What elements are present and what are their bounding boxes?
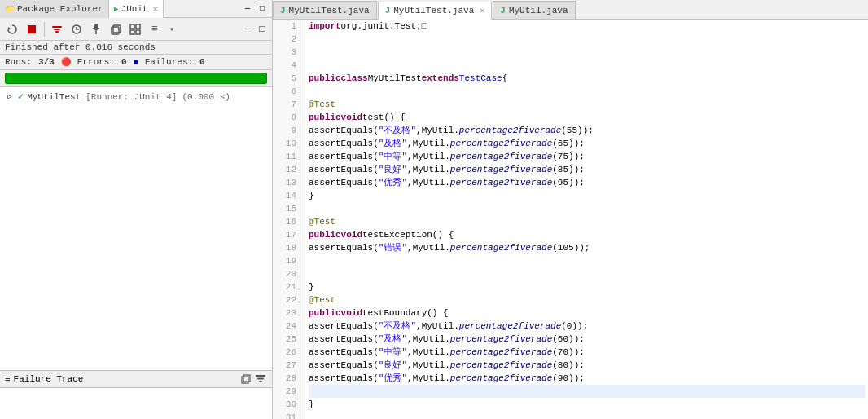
history-icon [71,24,82,35]
code-area[interactable]: 1⊖2345⊖67⊖8910111213141516⊖171819202122⊖… [273,20,868,419]
line-number: 1⊖ [273,20,300,33]
test-item-time: (0.000 s) [182,92,230,102]
code-token: (70)); [552,346,585,359]
code-token: import [309,20,341,33]
failure-trace: ≡ Failure Trace [0,370,272,419]
code-token: percentage2fiverade [459,320,561,333]
code-editor: J MyUtilTest.java J MyUtilTest.java ✕ J … [273,0,868,419]
tab-myutil[interactable]: J MyUtil.java [493,1,575,19]
junit-tab-close[interactable]: ✕ [153,4,158,14]
svg-rect-12 [136,24,140,29]
code-token: percentage2fiverade [450,372,552,385]
code-token: { [502,72,508,85]
stop-icon [27,24,37,34]
code-token: percentage2fiverade [450,163,552,176]
line-number: 11 [273,150,300,163]
svg-rect-2 [52,26,62,28]
status-bar: Finished after 0.016 seconds [0,41,272,55]
pin-button[interactable] [87,20,105,38]
code-line: @Test [309,215,865,228]
maximize-panel-button[interactable]: □ [256,2,269,15]
line-number: 26 [273,346,300,359]
trace-filter-button[interactable] [254,373,267,386]
failure-trace-header: ≡ Failure Trace [0,371,272,388]
code-token: assertEquals( [309,346,379,359]
minimize-view-button[interactable]: — [241,23,254,36]
rerun-icon [7,24,18,35]
code-line: public void testBoundary() { [309,307,865,320]
line-numbers: 1⊖2345⊖67⊖8910111213141516⊖171819202122⊖… [273,20,305,419]
tree-expand-icon[interactable]: ▷ [5,92,15,102]
code-line: assertEquals("良好",MyUtil.percentage2five… [309,163,865,176]
svg-rect-17 [256,375,265,377]
svg-rect-3 [54,29,60,30]
minimize-panel-button[interactable]: — [241,2,254,15]
code-token: } [309,280,314,293]
failures-value: 0 [199,57,205,67]
test-item-runner: [Runner: JUnit 4] [85,92,177,102]
line-number: 22⊖ [273,293,300,307]
code-token: percentage2fiverade [450,150,552,163]
junit-label: JUnit [121,4,148,14]
svg-rect-11 [130,24,134,29]
code-token: "及格" [379,137,407,150]
code-token: @Test [309,215,335,228]
errors-label: Errors: [77,57,115,67]
test-tree[interactable]: ▷ ✓ MyUtilTest [Runner: JUnit 4] (0.000 … [0,87,272,370]
expand-icon [129,24,141,35]
java-file-icon-1: J [280,6,286,15]
progress-bar [5,73,267,84]
expand-all-button[interactable] [126,20,144,38]
line-number: 9 [273,124,300,137]
tab-junit[interactable]: ▶ JUnit ✕ [109,0,164,18]
code-token: ,MyUtil. [407,176,450,189]
code-token: ,MyUtil. [416,320,459,333]
copy-button[interactable] [107,20,125,38]
trace-copy-button[interactable] [239,373,252,386]
code-token: "中等" [379,346,407,359]
code-token: percentage2fiverade [450,333,552,346]
code-token: assertEquals( [309,150,379,163]
code-token: ,MyUtil. [407,241,450,254]
code-content: import org.junit.Test;□ public class MyU… [305,20,868,419]
history-button[interactable] [68,20,85,38]
code-token: assertEquals( [309,333,379,346]
tab-package-explorer[interactable]: 📁 Package Explorer [0,0,109,18]
collapse-all-button[interactable]: ≡ [146,20,164,38]
rerun-button[interactable] [3,20,21,38]
line-number: 25 [273,333,300,346]
trace-filter-icon [255,373,266,385]
code-token: void [341,111,362,124]
code-token: assertEquals( [309,320,379,333]
package-explorer-label: Package Explorer [17,4,103,14]
view-menu-button[interactable]: ▾ [165,20,178,38]
maximize-view-button[interactable]: □ [256,23,269,36]
code-token: percentage2fiverade [450,241,552,254]
panel-tab-icons: — □ [238,2,272,15]
code-line: } [309,398,865,411]
tab-myutiltest-1[interactable]: J MyUtilTest.java [273,1,377,19]
code-line: assertEquals("优秀",MyUtil.percentage2five… [309,176,865,189]
failure-icon: ■ [134,58,138,67]
test-item[interactable]: ▷ ✓ MyUtilTest [Runner: JUnit 4] (0.000 … [2,89,270,104]
line-number: 10 [273,137,300,150]
code-line: assertEquals("不及格",MyUtil.percentage2fiv… [309,124,865,137]
filter-button[interactable] [48,20,66,38]
code-token: percentage2fiverade [450,137,552,150]
code-token: (55)); [561,124,594,137]
error-icon: 🔴 [61,57,71,67]
line-number: 8 [273,111,300,124]
tab-close-2[interactable]: ✕ [480,6,484,15]
code-token: () { [384,111,405,124]
svg-rect-13 [130,30,134,34]
svg-marker-0 [8,27,11,30]
code-line: import org.junit.Test;□ [309,20,865,33]
code-line: assertEquals("中等",MyUtil.percentage2five… [309,150,865,163]
stop-button[interactable] [23,20,41,38]
code-token: ,MyUtil. [407,163,450,176]
tab-myutiltest-2[interactable]: J MyUtilTest.java ✕ [378,2,493,20]
line-number: 13 [273,176,300,189]
line-number: 24 [273,320,300,333]
code-token: ;□ [416,20,427,33]
svg-rect-18 [257,378,264,380]
